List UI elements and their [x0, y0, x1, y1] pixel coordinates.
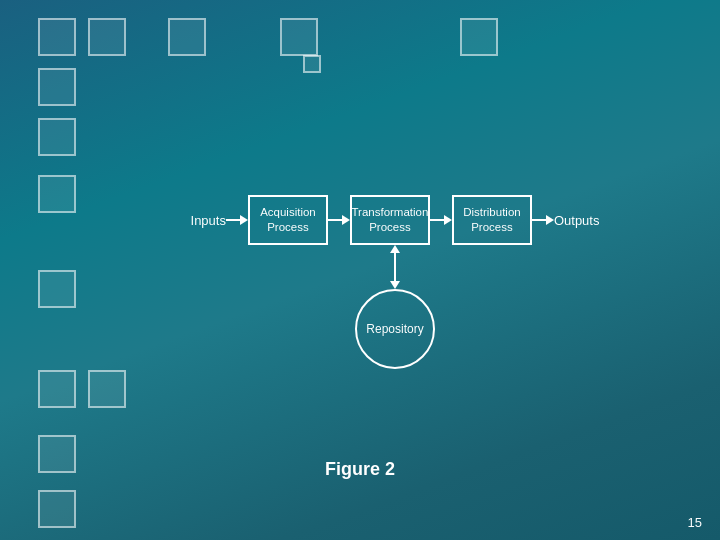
v-line-up: [394, 253, 396, 281]
arrow-to-distribution: [430, 212, 452, 228]
acquisition-process-box: Acquisition Process: [248, 195, 328, 245]
distribution-process-box: Distribution Process: [452, 195, 532, 245]
transformation-process-box: Transformation Process: [350, 195, 430, 245]
page-number: 15: [688, 515, 702, 530]
arrow-to-outputs: [532, 212, 554, 228]
arrow-down-transform: [390, 281, 400, 289]
arrow-up-repo: [390, 245, 400, 253]
arrow-to-acquisition: [226, 212, 248, 228]
figure-label: Figure 2: [325, 459, 395, 480]
inputs-label: Inputs: [191, 213, 226, 228]
repository-label: Repository: [366, 322, 423, 336]
flow-row: Inputs Acquisition Process Transformatio…: [191, 195, 600, 245]
repository-circle: Repository: [355, 289, 435, 369]
arrow-to-transformation: [328, 212, 350, 228]
outputs-label: Outputs: [554, 213, 600, 228]
